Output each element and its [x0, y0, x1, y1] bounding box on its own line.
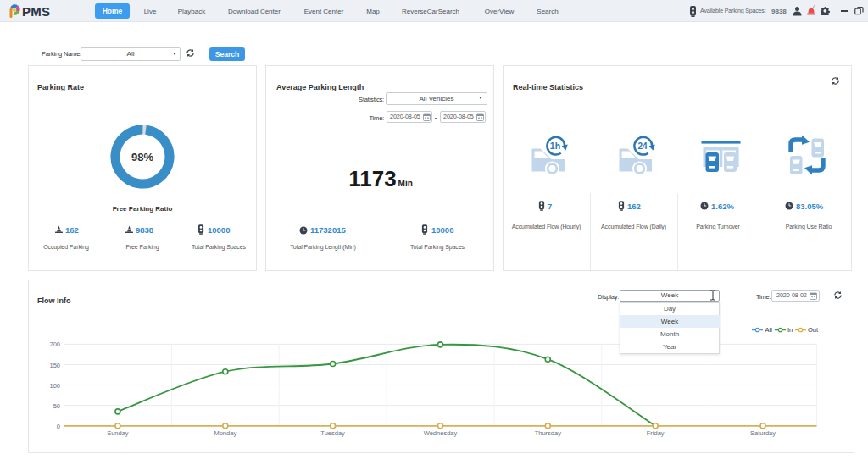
- svg-text:Monday: Monday: [214, 429, 236, 437]
- svg-text:Wednesday: Wednesday: [424, 429, 458, 437]
- svg-text:200: 200: [49, 340, 60, 348]
- svg-text:Friday: Friday: [647, 429, 665, 437]
- svg-text:0: 0: [57, 423, 60, 430]
- svg-text:1h: 1h: [550, 141, 560, 151]
- svg-text:24: 24: [637, 141, 648, 151]
- svg-text:Saturday: Saturday: [750, 429, 776, 437]
- svg-text:Tuesday: Tuesday: [320, 429, 345, 437]
- svg-text:50: 50: [53, 402, 60, 410]
- svg-text:100: 100: [49, 382, 60, 390]
- svg-text:Sunday: Sunday: [107, 429, 129, 437]
- svg-text:150: 150: [49, 362, 60, 369]
- svg-text:Thursday: Thursday: [535, 429, 562, 437]
- svg-text:98%: 98%: [131, 151, 153, 163]
